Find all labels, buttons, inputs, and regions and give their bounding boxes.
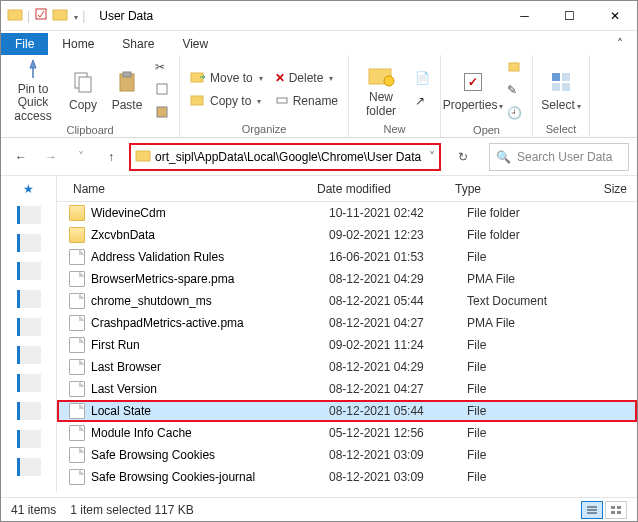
quick-access-icon[interactable]: ★ xyxy=(23,182,34,196)
file-row[interactable]: chrome_shutdown_ms08-12-2021 05:44Text D… xyxy=(57,290,637,312)
svg-rect-25 xyxy=(611,511,615,514)
tab-share[interactable]: Share xyxy=(108,33,168,55)
tab-view[interactable]: View xyxy=(168,33,222,55)
svg-rect-15 xyxy=(552,73,560,81)
address-dropdown-icon[interactable]: ˅ xyxy=(429,150,435,164)
svg-rect-24 xyxy=(617,506,621,509)
open-button[interactable] xyxy=(503,57,526,77)
address-path: ort_sipl\AppData\Local\Google\Chrome\Use… xyxy=(155,150,425,164)
sidebar-item[interactable] xyxy=(17,262,41,280)
file-date: 08-12-2021 03:09 xyxy=(329,448,467,462)
maximize-button[interactable]: ☐ xyxy=(547,1,592,31)
file-row[interactable]: CrashpadMetrics-active.pma08-12-2021 04:… xyxy=(57,312,637,334)
back-button[interactable]: ← xyxy=(9,145,33,169)
col-date[interactable]: Date modified xyxy=(317,182,455,196)
view-icons-button[interactable] xyxy=(605,501,627,519)
up-button[interactable]: ↑ xyxy=(99,145,123,169)
folder-icon xyxy=(7,6,23,25)
file-icon xyxy=(69,315,85,331)
new-folder-button[interactable]: New folder xyxy=(355,58,407,122)
refresh-button[interactable]: ↻ xyxy=(451,145,475,169)
forward-button[interactable]: → xyxy=(39,145,63,169)
properties-qat-icon[interactable] xyxy=(34,7,48,24)
col-size[interactable]: Size xyxy=(565,182,637,196)
file-icon xyxy=(69,425,85,441)
search-input[interactable]: 🔍 Search User Data xyxy=(489,143,629,171)
file-name: WidevineCdm xyxy=(91,206,329,220)
edit-button[interactable]: ✎ xyxy=(503,80,526,100)
file-icon xyxy=(69,337,85,353)
file-row[interactable]: First Run09-02-2021 11:24File xyxy=(57,334,637,356)
address-bar[interactable]: ort_sipl\AppData\Local\Google\Chrome\Use… xyxy=(129,143,441,171)
qat-divider: | xyxy=(82,9,85,23)
qat-dropdown-icon[interactable] xyxy=(72,9,78,23)
sidebar-item[interactable] xyxy=(17,346,41,364)
sidebar-item[interactable] xyxy=(17,402,41,420)
pin-quick-access-button[interactable]: Pin to Quick access xyxy=(7,58,59,122)
easy-access-button[interactable]: ↗ xyxy=(411,91,434,111)
cut-button[interactable]: ✂ xyxy=(151,57,173,77)
new-folder-icon xyxy=(367,61,395,89)
file-list[interactable]: Name Date modified Type Size WidevineCdm… xyxy=(57,176,637,492)
copy-path-button[interactable] xyxy=(151,80,173,100)
copy-to-icon xyxy=(190,93,206,110)
paste-button[interactable]: Paste xyxy=(107,58,147,122)
new-item-button[interactable]: 📄 xyxy=(411,68,434,88)
sidebar-item[interactable] xyxy=(17,206,41,224)
new-item-icon: 📄 xyxy=(415,71,430,85)
tab-home[interactable]: Home xyxy=(48,33,108,55)
copy-button[interactable]: Copy xyxy=(63,58,103,122)
group-organize-label: Organize xyxy=(186,122,342,136)
rename-icon xyxy=(275,93,289,110)
file-name: ZxcvbnData xyxy=(91,228,329,242)
sidebar-item[interactable] xyxy=(17,290,41,308)
file-type: PMA File xyxy=(467,316,577,330)
svg-rect-6 xyxy=(123,72,131,77)
nav-pane[interactable]: ★ xyxy=(1,176,57,492)
file-row[interactable]: Safe Browsing Cookies-journal08-12-2021 … xyxy=(57,466,637,488)
file-row[interactable]: Safe Browsing Cookies08-12-2021 03:09Fil… xyxy=(57,444,637,466)
recent-dropdown[interactable]: ˅ xyxy=(69,145,93,169)
file-row[interactable]: Module Info Cache05-12-2021 12:56File xyxy=(57,422,637,444)
group-new-label: New xyxy=(355,122,434,136)
tab-file[interactable]: File xyxy=(1,33,48,55)
ribbon-collapse-icon[interactable]: ˄ xyxy=(603,33,637,55)
svg-rect-23 xyxy=(611,506,615,509)
paste-shortcut-button[interactable] xyxy=(151,103,173,123)
sidebar-item[interactable] xyxy=(17,318,41,336)
properties-button[interactable]: ✓ Properties xyxy=(447,58,499,122)
file-type: File xyxy=(467,404,577,418)
view-details-button[interactable] xyxy=(581,501,603,519)
file-row[interactable]: BrowserMetrics-spare.pma08-12-2021 04:29… xyxy=(57,268,637,290)
sidebar-item[interactable] xyxy=(17,430,41,448)
svg-rect-2 xyxy=(53,10,67,20)
col-name[interactable]: Name xyxy=(57,182,317,196)
properties-icon: ✓ xyxy=(459,68,487,96)
move-to-button[interactable]: Move to xyxy=(186,68,267,88)
file-date: 09-02-2021 12:23 xyxy=(329,228,467,242)
file-row[interactable]: WidevineCdm10-11-2021 02:42File folder xyxy=(57,202,637,224)
file-row[interactable]: Last Browser08-12-2021 04:29File xyxy=(57,356,637,378)
file-row[interactable]: ZxcvbnData09-02-2021 12:23File folder xyxy=(57,224,637,246)
qat-folder-icon[interactable] xyxy=(52,6,68,25)
svg-rect-7 xyxy=(157,84,167,94)
history-button[interactable]: 🕘 xyxy=(503,103,526,123)
file-row[interactable]: Local State08-12-2021 05:44File xyxy=(57,400,637,422)
file-date: 08-12-2021 04:29 xyxy=(329,360,467,374)
sidebar-item[interactable] xyxy=(17,374,41,392)
file-date: 08-12-2021 03:09 xyxy=(329,470,467,484)
sidebar-item[interactable] xyxy=(17,234,41,252)
file-type: File folder xyxy=(467,206,577,220)
delete-button[interactable]: ✕Delete xyxy=(271,68,342,88)
select-button[interactable]: Select xyxy=(539,58,583,122)
col-type[interactable]: Type xyxy=(455,182,565,196)
sidebar-item[interactable] xyxy=(17,458,41,476)
column-headers[interactable]: Name Date modified Type Size xyxy=(57,176,637,202)
copy-to-button[interactable]: Copy to xyxy=(186,91,267,111)
rename-button[interactable]: Rename xyxy=(271,91,342,111)
file-row[interactable]: Last Version08-12-2021 04:27File xyxy=(57,378,637,400)
file-name: chrome_shutdown_ms xyxy=(91,294,329,308)
minimize-button[interactable]: ─ xyxy=(502,1,547,31)
close-button[interactable]: ✕ xyxy=(592,1,637,31)
file-row[interactable]: Address Validation Rules16-06-2021 01:53… xyxy=(57,246,637,268)
